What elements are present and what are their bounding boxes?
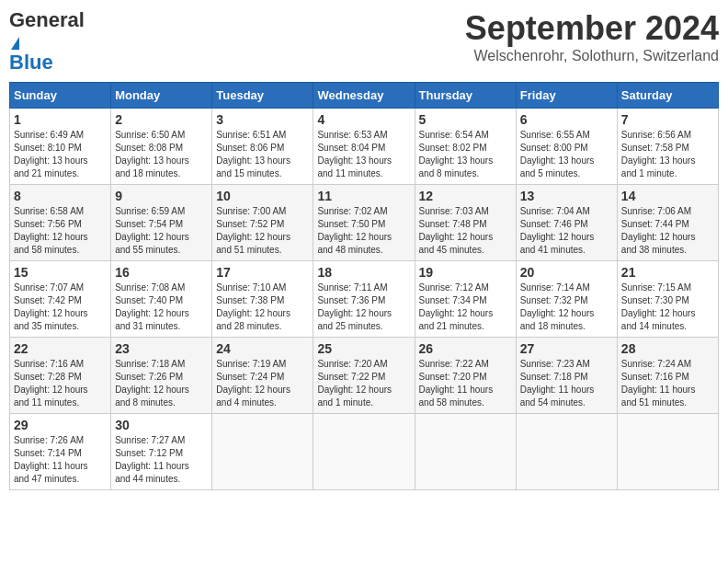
cell-info: Sunrise: 7:26 AM Sunset: 7:14 PM Dayligh… <box>14 434 107 486</box>
cell-info: Sunrise: 7:11 AM Sunset: 7:36 PM Dayligh… <box>317 282 410 333</box>
day-cell-7: 7Sunrise: 6:56 AM Sunset: 7:58 PM Daylig… <box>617 108 718 184</box>
day-number: 17 <box>216 265 309 280</box>
day-cell-18: 18Sunrise: 7:11 AM Sunset: 7:36 PM Dayli… <box>313 260 415 337</box>
cell-info: Sunrise: 7:00 AM Sunset: 7:52 PM Dayligh… <box>216 205 309 257</box>
logo-general: General <box>9 8 85 31</box>
day-number: 16 <box>115 265 208 280</box>
cell-info: Sunrise: 6:55 AM Sunset: 8:00 PM Dayligh… <box>520 129 613 180</box>
day-number: 7 <box>621 112 714 127</box>
logo-blue: Blue <box>9 51 53 74</box>
day-cell-22: 22Sunrise: 7:16 AM Sunset: 7:28 PM Dayli… <box>10 337 111 413</box>
day-number: 12 <box>419 189 512 203</box>
day-cell-16: 16Sunrise: 7:08 AM Sunset: 7:40 PM Dayli… <box>111 260 212 337</box>
logo: General Blue <box>9 9 92 75</box>
header-saturday: Saturday <box>617 82 718 108</box>
day-number: 8 <box>14 189 107 203</box>
logo-triangle-icon <box>11 37 19 50</box>
cell-info: Sunrise: 7:14 AM Sunset: 7:32 PM Dayligh… <box>520 282 613 333</box>
header-tuesday: Tuesday <box>212 82 313 108</box>
cell-info: Sunrise: 6:51 AM Sunset: 8:06 PM Dayligh… <box>216 129 309 180</box>
day-number: 4 <box>317 112 410 127</box>
day-number: 15 <box>14 265 107 280</box>
day-cell-4: 4Sunrise: 6:53 AM Sunset: 8:04 PM Daylig… <box>313 108 415 184</box>
day-number: 22 <box>14 341 107 356</box>
header-monday: Monday <box>111 82 212 108</box>
day-cell-24: 24Sunrise: 7:19 AM Sunset: 7:24 PM Dayli… <box>212 337 313 413</box>
header-sunday: Sunday <box>10 82 111 108</box>
cell-info: Sunrise: 6:59 AM Sunset: 7:54 PM Dayligh… <box>115 205 208 257</box>
day-number: 18 <box>317 265 410 280</box>
calendar-title: September 2024 <box>465 9 719 48</box>
day-number: 5 <box>419 112 512 127</box>
day-number: 23 <box>115 341 208 356</box>
day-number: 1 <box>14 112 107 127</box>
week-row-2: 8Sunrise: 6:58 AM Sunset: 7:56 PM Daylig… <box>10 184 719 260</box>
calendar-table: SundayMondayTuesdayWednesdayThursdayFrid… <box>9 82 719 490</box>
cell-info: Sunrise: 7:27 AM Sunset: 7:12 PM Dayligh… <box>115 434 208 486</box>
day-cell-21: 21Sunrise: 7:15 AM Sunset: 7:30 PM Dayli… <box>617 260 718 337</box>
day-cell-11: 11Sunrise: 7:02 AM Sunset: 7:50 PM Dayli… <box>313 184 415 260</box>
week-row-5: 29Sunrise: 7:26 AM Sunset: 7:14 PM Dayli… <box>10 413 719 489</box>
cell-info: Sunrise: 7:06 AM Sunset: 7:44 PM Dayligh… <box>621 205 714 257</box>
empty-cell <box>313 413 415 489</box>
header-thursday: Thursday <box>415 82 516 108</box>
day-cell-20: 20Sunrise: 7:14 AM Sunset: 7:32 PM Dayli… <box>516 260 617 337</box>
day-cell-23: 23Sunrise: 7:18 AM Sunset: 7:26 PM Dayli… <box>111 337 212 413</box>
day-number: 29 <box>14 418 107 432</box>
day-cell-5: 5Sunrise: 6:54 AM Sunset: 8:02 PM Daylig… <box>415 108 516 184</box>
day-cell-15: 15Sunrise: 7:07 AM Sunset: 7:42 PM Dayli… <box>10 260 111 337</box>
cell-info: Sunrise: 7:16 AM Sunset: 7:28 PM Dayligh… <box>14 358 107 409</box>
day-cell-6: 6Sunrise: 6:55 AM Sunset: 8:00 PM Daylig… <box>516 108 617 184</box>
cell-info: Sunrise: 7:18 AM Sunset: 7:26 PM Dayligh… <box>115 358 208 409</box>
cell-info: Sunrise: 6:50 AM Sunset: 8:08 PM Dayligh… <box>115 129 208 180</box>
day-cell-17: 17Sunrise: 7:10 AM Sunset: 7:38 PM Dayli… <box>212 260 313 337</box>
cell-info: Sunrise: 7:03 AM Sunset: 7:48 PM Dayligh… <box>419 205 512 257</box>
day-number: 2 <box>115 112 208 127</box>
cell-info: Sunrise: 7:24 AM Sunset: 7:16 PM Dayligh… <box>621 358 714 409</box>
cell-info: Sunrise: 7:20 AM Sunset: 7:22 PM Dayligh… <box>317 358 410 409</box>
day-cell-3: 3Sunrise: 6:51 AM Sunset: 8:06 PM Daylig… <box>212 108 313 184</box>
week-row-4: 22Sunrise: 7:16 AM Sunset: 7:28 PM Dayli… <box>10 337 719 413</box>
day-number: 13 <box>520 189 613 203</box>
day-cell-1: 1Sunrise: 6:49 AM Sunset: 8:10 PM Daylig… <box>10 108 111 184</box>
cell-info: Sunrise: 7:23 AM Sunset: 7:18 PM Dayligh… <box>520 358 613 409</box>
cell-info: Sunrise: 7:15 AM Sunset: 7:30 PM Dayligh… <box>621 282 714 333</box>
cell-info: Sunrise: 7:07 AM Sunset: 7:42 PM Dayligh… <box>14 282 107 333</box>
cell-info: Sunrise: 6:56 AM Sunset: 7:58 PM Dayligh… <box>621 129 714 180</box>
day-cell-12: 12Sunrise: 7:03 AM Sunset: 7:48 PM Dayli… <box>415 184 516 260</box>
day-cell-19: 19Sunrise: 7:12 AM Sunset: 7:34 PM Dayli… <box>415 260 516 337</box>
day-cell-25: 25Sunrise: 7:20 AM Sunset: 7:22 PM Dayli… <box>313 337 415 413</box>
cell-info: Sunrise: 7:19 AM Sunset: 7:24 PM Dayligh… <box>216 358 309 409</box>
empty-cell <box>617 413 718 489</box>
day-cell-29: 29Sunrise: 7:26 AM Sunset: 7:14 PM Dayli… <box>10 413 111 489</box>
cell-info: Sunrise: 7:04 AM Sunset: 7:46 PM Dayligh… <box>520 205 613 257</box>
day-number: 20 <box>520 265 613 280</box>
empty-cell <box>516 413 617 489</box>
week-row-1: 1Sunrise: 6:49 AM Sunset: 8:10 PM Daylig… <box>10 108 719 184</box>
page-header: General Blue September 2024 Welschenrohr… <box>9 9 719 75</box>
cell-info: Sunrise: 6:54 AM Sunset: 8:02 PM Dayligh… <box>419 129 512 180</box>
day-number: 21 <box>621 265 714 280</box>
cell-info: Sunrise: 7:22 AM Sunset: 7:20 PM Dayligh… <box>419 358 512 409</box>
day-cell-9: 9Sunrise: 6:59 AM Sunset: 7:54 PM Daylig… <box>111 184 212 260</box>
day-number: 30 <box>115 418 208 432</box>
day-number: 27 <box>520 341 613 356</box>
day-number: 10 <box>216 189 309 203</box>
header-friday: Friday <box>516 82 617 108</box>
calendar-location: Welschenrohr, Solothurn, Switzerland <box>465 48 719 64</box>
day-cell-13: 13Sunrise: 7:04 AM Sunset: 7:46 PM Dayli… <box>516 184 617 260</box>
cell-info: Sunrise: 6:49 AM Sunset: 8:10 PM Dayligh… <box>14 129 107 180</box>
day-cell-28: 28Sunrise: 7:24 AM Sunset: 7:16 PM Dayli… <box>617 337 718 413</box>
cell-info: Sunrise: 7:10 AM Sunset: 7:38 PM Dayligh… <box>216 282 309 333</box>
day-number: 9 <box>115 189 208 203</box>
day-number: 11 <box>317 189 410 203</box>
cell-info: Sunrise: 6:58 AM Sunset: 7:56 PM Dayligh… <box>14 205 107 257</box>
cell-info: Sunrise: 6:53 AM Sunset: 8:04 PM Dayligh… <box>317 129 410 180</box>
day-cell-2: 2Sunrise: 6:50 AM Sunset: 8:08 PM Daylig… <box>111 108 212 184</box>
title-block: September 2024 Welschenrohr, Solothurn, … <box>465 9 719 64</box>
cell-info: Sunrise: 7:12 AM Sunset: 7:34 PM Dayligh… <box>419 282 512 333</box>
empty-cell <box>212 413 313 489</box>
week-row-3: 15Sunrise: 7:07 AM Sunset: 7:42 PM Dayli… <box>10 260 719 337</box>
day-number: 19 <box>419 265 512 280</box>
day-number: 26 <box>419 341 512 356</box>
